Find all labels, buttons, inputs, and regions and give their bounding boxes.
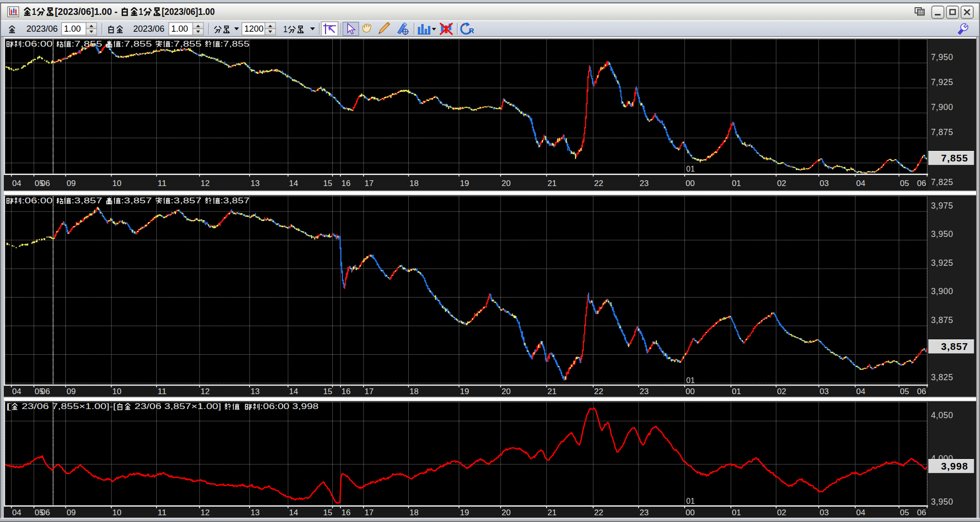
svg-text:13: 13 — [251, 387, 260, 396]
svg-text:04: 04 — [12, 508, 21, 517]
svg-text:18: 18 — [410, 508, 419, 517]
svg-text:7,950: 7,950 — [931, 52, 953, 62]
svg-text:05: 05 — [900, 508, 909, 517]
svg-text:20: 20 — [502, 508, 511, 517]
svg-text::7,855: :7,855 — [71, 39, 105, 48]
svg-text:3,975: 3,975 — [931, 201, 953, 211]
svg-text:7,900: 7,900 — [931, 102, 953, 112]
svg-text:22: 22 — [594, 179, 603, 188]
svg-text:20: 20 — [502, 387, 511, 396]
svg-text:3,925: 3,925 — [931, 258, 953, 268]
svg-text::7,855: :7,855 — [121, 39, 155, 48]
svg-text:R: R — [469, 26, 474, 35]
svg-text:02: 02 — [777, 179, 786, 188]
svg-text:12: 12 — [201, 508, 210, 517]
svg-text:7,825: 7,825 — [931, 177, 953, 187]
svg-text:21: 21 — [548, 508, 557, 517]
svg-text::06:00: :06:00 — [22, 196, 56, 205]
svg-text:23: 23 — [640, 508, 649, 517]
svg-text:14: 14 — [289, 179, 298, 188]
svg-text:00: 00 — [686, 179, 695, 188]
svg-text:06: 06 — [41, 387, 50, 396]
svg-text:10: 10 — [113, 179, 122, 188]
svg-text:[2023/06]1.00: [2023/06]1.00 — [162, 6, 214, 17]
svg-text:01: 01 — [732, 179, 741, 188]
svg-text:3,900: 3,900 — [931, 286, 953, 296]
svg-text:06: 06 — [917, 387, 926, 396]
svg-text::7,855: :7,855 — [220, 39, 250, 48]
svg-text:1.00: 1.00 — [171, 24, 188, 34]
svg-text:17: 17 — [364, 508, 374, 517]
svg-text:[2023/06]1.00 -: [2023/06]1.00 - — [55, 6, 120, 17]
svg-text:3,875: 3,875 — [931, 315, 953, 325]
svg-text:01: 01 — [686, 376, 695, 385]
svg-text:00: 00 — [686, 387, 695, 396]
svg-text:02: 02 — [777, 508, 786, 517]
svg-text:04: 04 — [856, 387, 866, 396]
svg-text:06: 06 — [917, 179, 926, 188]
svg-text:15: 15 — [323, 508, 332, 517]
svg-text:3,950: 3,950 — [931, 497, 953, 507]
svg-text:04: 04 — [12, 387, 21, 396]
svg-text:02: 02 — [777, 387, 786, 396]
svg-text:20: 20 — [502, 179, 511, 188]
svg-text::7,855: :7,855 — [171, 39, 205, 48]
svg-text:05: 05 — [900, 179, 909, 188]
svg-text:23: 23 — [640, 179, 649, 188]
svg-text:7,855: 7,855 — [941, 152, 968, 163]
svg-text:05: 05 — [900, 387, 909, 396]
svg-text::3,857: :3,857 — [171, 196, 205, 205]
svg-text:03: 03 — [820, 508, 829, 517]
svg-text:04: 04 — [856, 508, 866, 517]
svg-text:18: 18 — [410, 387, 419, 396]
svg-text:09: 09 — [67, 387, 76, 396]
svg-text:1: 1 — [32, 6, 37, 17]
svg-text:2023/06: 2023/06 — [133, 24, 164, 34]
svg-text:1: 1 — [139, 6, 143, 17]
svg-text::06:00 3,998: :06:00 3,998 — [260, 402, 319, 410]
svg-text:3,998: 3,998 — [941, 460, 968, 472]
svg-text:00: 00 — [686, 508, 695, 517]
svg-text:21: 21 — [548, 387, 557, 396]
svg-text::3,857: :3,857 — [71, 196, 105, 205]
svg-text:3,857: 3,857 — [941, 341, 968, 352]
svg-text:06: 06 — [917, 508, 926, 517]
svg-text:04: 04 — [856, 179, 866, 188]
svg-text:3,825: 3,825 — [931, 373, 953, 382]
svg-text:19: 19 — [460, 179, 469, 188]
svg-text:14: 14 — [289, 508, 298, 517]
svg-text:15: 15 — [323, 387, 332, 396]
svg-text:22: 22 — [594, 508, 603, 517]
svg-text:16: 16 — [341, 508, 351, 517]
svg-text:03: 03 — [820, 387, 829, 396]
svg-text:19: 19 — [460, 508, 469, 517]
svg-text:1: 1 — [283, 25, 288, 34]
svg-text:10: 10 — [113, 508, 122, 517]
svg-text:12: 12 — [201, 387, 210, 396]
svg-text:1.00: 1.00 — [64, 24, 81, 34]
svg-text:1200: 1200 — [244, 24, 264, 34]
svg-text:09: 09 — [67, 179, 76, 188]
svg-text:09: 09 — [67, 508, 76, 517]
svg-text:3,950: 3,950 — [931, 229, 953, 239]
svg-text:18: 18 — [410, 179, 419, 188]
svg-text::3,857: :3,857 — [121, 196, 155, 205]
svg-text:22: 22 — [594, 387, 603, 396]
svg-text:13: 13 — [251, 508, 260, 517]
svg-text:4,050: 4,050 — [931, 410, 953, 420]
svg-text:21: 21 — [548, 179, 557, 188]
svg-text:12: 12 — [201, 179, 210, 188]
svg-text:13: 13 — [251, 179, 260, 188]
svg-text:23/06 3,857×1.00]: 23/06 3,857×1.00] — [132, 402, 224, 410]
svg-text:04: 04 — [12, 179, 21, 188]
svg-text:2023/06: 2023/06 — [26, 24, 58, 34]
svg-text:01: 01 — [732, 508, 741, 517]
svg-text:7,925: 7,925 — [931, 77, 953, 87]
svg-text:10: 10 — [113, 387, 122, 396]
svg-text:03: 03 — [820, 179, 829, 188]
svg-text:11: 11 — [158, 387, 167, 396]
svg-text:01: 01 — [686, 165, 695, 173]
svg-text:16: 16 — [341, 387, 351, 396]
svg-text:15: 15 — [323, 179, 332, 188]
svg-text:01: 01 — [732, 387, 741, 396]
